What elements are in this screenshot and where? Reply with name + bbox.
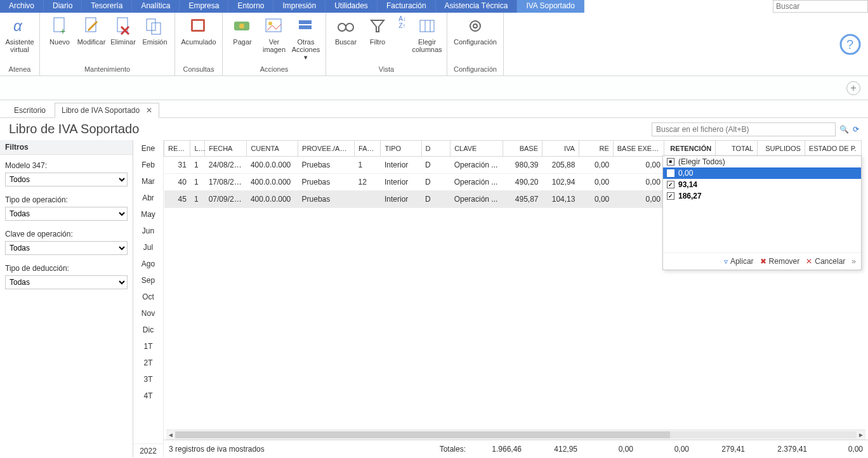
menu-asistencia[interactable]: Asistencia Técnica	[436, 0, 518, 13]
horizontal-scrollbar[interactable]: ◄ ►	[166, 429, 865, 440]
menu-empresa[interactable]: Empresa	[180, 0, 228, 13]
menu-diario[interactable]: Diario	[44, 0, 82, 13]
scroll-thumb[interactable]	[175, 431, 670, 438]
ordenar-button[interactable]: A↓Z↑	[393, 14, 411, 32]
month-feb[interactable]: Feb	[133, 157, 163, 173]
col-fecha[interactable]: FECHA	[205, 141, 247, 157]
menu-impresion[interactable]: Impresión	[273, 0, 326, 13]
pagar-button[interactable]: Pagar	[227, 14, 258, 47]
filtro-button[interactable]: Filtro	[362, 14, 393, 47]
col-fac[interactable]: FAC...	[355, 141, 381, 157]
month-jul[interactable]: Jul	[133, 239, 163, 256]
month-dic[interactable]: Dic	[133, 322, 163, 338]
tab-label: Libro de IVA Soportado	[62, 106, 140, 115]
month-nov[interactable]: Nov	[133, 305, 163, 322]
cell: 17/08/20...	[205, 174, 247, 191]
col-d[interactable]: D	[421, 141, 450, 157]
buscar-button[interactable]: Buscar	[330, 14, 362, 47]
remove-filter-button[interactable]: ✖Remover	[760, 257, 800, 266]
month-abr[interactable]: Abr	[133, 190, 163, 206]
svg-text:+: +	[60, 26, 65, 36]
col-provee[interactable]: PROVEE./AC...	[298, 141, 355, 157]
col-re[interactable]: RE	[579, 141, 613, 157]
tipo-operacion-select[interactable]: Todas	[5, 207, 128, 221]
year-label[interactable]: 2022	[133, 443, 163, 457]
menu-utilidades[interactable]: Utilidades	[326, 0, 378, 13]
quarter-3t[interactable]: 3T	[133, 371, 163, 388]
col-tipo[interactable]: TIPO	[381, 141, 421, 157]
cancel-filter-button[interactable]: ✕Cancelar	[806, 257, 845, 266]
col-estado[interactable]: ESTADO DE P.	[805, 141, 861, 157]
col-total[interactable]: TOTAL	[716, 141, 758, 157]
month-oct[interactable]: Oct	[133, 289, 163, 305]
svg-rect-11	[193, 21, 203, 30]
global-search-input[interactable]	[773, 0, 868, 13]
menu-analitica[interactable]: Analítica	[132, 0, 180, 13]
menu-tesoreria[interactable]: Tesorería	[82, 0, 132, 13]
opt-label: 0,00	[678, 169, 693, 178]
apply-filter-button[interactable]: ▿Aplicar	[724, 257, 754, 266]
help-button[interactable]: ?	[839, 33, 862, 56]
col-iva[interactable]: IVA	[542, 141, 579, 157]
col-cuenta[interactable]: CUENTA	[247, 141, 298, 157]
scroll-right-icon[interactable]: ►	[857, 430, 865, 440]
tab-escritorio[interactable]: Escritorio	[8, 103, 52, 117]
col-base[interactable]: BASE	[503, 141, 542, 157]
cell: 0,00	[613, 157, 664, 174]
clave-operacion-select[interactable]: Todas	[5, 241, 128, 255]
month-ene[interactable]: Ene	[133, 140, 163, 157]
filter-option[interactable]: 93,14	[663, 179, 861, 190]
columnas-button[interactable]: Elegir columnas	[411, 14, 443, 55]
quarter-2t[interactable]: 2T	[133, 355, 163, 371]
menu-iva-soportado[interactable]: IVA Soportado	[517, 0, 584, 13]
acumulado-button[interactable]: Acumulado	[179, 14, 218, 47]
rbtn-label: Eliminar	[110, 38, 136, 46]
col-clave[interactable]: CLAVE	[450, 141, 503, 157]
month-jun[interactable]: Jun	[133, 223, 163, 239]
money-icon	[232, 15, 253, 37]
more-icon[interactable]: »	[852, 257, 856, 266]
month-may[interactable]: May	[133, 206, 163, 223]
nuevo-button[interactable]: + Nuevo	[44, 14, 76, 47]
menu-facturacion[interactable]: Facturación	[378, 0, 436, 13]
month-mar[interactable]: Mar	[133, 173, 163, 190]
cell: 0,00	[579, 191, 613, 208]
month-sep[interactable]: Sep	[133, 272, 163, 289]
tab-libro-iva[interactable]: Libro de IVA Soportado ✕	[55, 103, 159, 118]
add-tab-button[interactable]: +	[846, 81, 860, 95]
cell: Interior	[381, 191, 421, 208]
close-icon[interactable]: ✕	[146, 106, 152, 115]
quarter-1t[interactable]: 1T	[133, 338, 163, 355]
col-reg[interactable]: REG...	[164, 141, 190, 157]
cell: 0,00	[579, 174, 613, 191]
filter-label: Tipo de deducción:	[5, 264, 128, 273]
modificar-button[interactable]: Modificar	[76, 14, 107, 47]
quarter-4t[interactable]: 4T	[133, 388, 163, 404]
refresh-icon[interactable]: ⟳	[853, 125, 859, 134]
filter-option-all[interactable]: (Elegir Todos)	[663, 156, 861, 167]
search-icon[interactable]: 🔍	[839, 125, 849, 134]
filter-option[interactable]: 0,00	[663, 167, 861, 179]
cell: 400.0.0.000	[247, 191, 298, 208]
month-ago[interactable]: Ago	[133, 256, 163, 272]
file-search-input[interactable]	[652, 122, 836, 136]
menubar: Archivo Diario Tesorería Analítica Empre…	[0, 0, 868, 13]
otras-acciones-button[interactable]: Otras Acciones ▾	[290, 14, 322, 63]
modelo347-select[interactable]: Todos	[5, 173, 128, 186]
menu-entorno[interactable]: Entorno	[228, 0, 273, 13]
tabstrip: Escritorio Libro de IVA Soportado ✕	[0, 100, 868, 118]
col-retencion[interactable]: RETENCIÓN	[664, 141, 716, 157]
retencion-filter-popover: (Elegir Todos) 0,00 93,14 186,27 ▿Aplica…	[662, 155, 862, 270]
tipo-deduccion-select[interactable]: Todas	[5, 275, 128, 289]
asistente-button[interactable]: α Asistente virtual	[4, 14, 36, 55]
eliminar-button[interactable]: Eliminar	[107, 14, 139, 47]
menu-archivo[interactable]: Archivo	[0, 0, 44, 13]
emision-button[interactable]: Emisión	[139, 14, 171, 47]
ver-imagen-button[interactable]: Ver imagen	[258, 14, 290, 55]
filter-option[interactable]: 186,27	[663, 190, 861, 202]
col-suplidos[interactable]: SUPLIDOS	[758, 141, 805, 157]
col-base-exenta[interactable]: BASE EXENTA	[613, 141, 664, 157]
col-l[interactable]: L...	[190, 141, 205, 157]
config-button[interactable]: Configuración	[451, 14, 499, 47]
scroll-left-icon[interactable]: ◄	[166, 430, 175, 440]
